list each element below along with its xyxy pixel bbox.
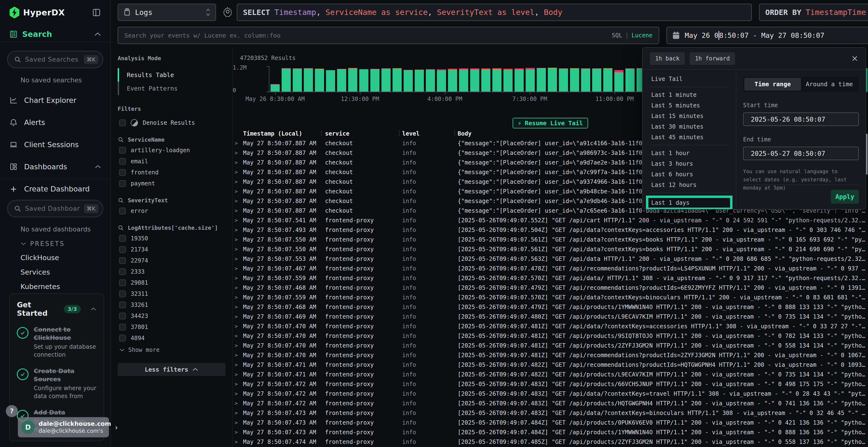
order-by-input[interactable]: ORDER BY TimestampTime DESC <box>759 4 868 21</box>
histogram-bar[interactable] <box>481 68 490 92</box>
filter-option[interactable]: error <box>118 207 225 215</box>
checkbox[interactable] <box>119 147 126 153</box>
filter-option[interactable]: 4894 <box>118 335 225 342</box>
row-expand-icon[interactable]: > <box>233 254 240 264</box>
table-row[interactable]: >May 27 8:50:07.473 AMfrontend-proxyinfo… <box>233 408 868 418</box>
sidebar-item-search[interactable]: Search <box>0 27 111 42</box>
histogram-bar[interactable] <box>470 68 479 92</box>
analysis-mode-tab-results-table[interactable]: Results Table <box>118 68 225 82</box>
quick-range-last-1-days[interactable]: Last 1 days <box>648 198 730 208</box>
histogram-bar[interactable] <box>503 69 513 92</box>
table-row[interactable]: >May 27 8:50:07.472 AMfrontend-proxyinfo… <box>233 389 868 399</box>
histogram-bar[interactable] <box>370 69 379 92</box>
table-row[interactable]: >May 27 8:50:07.559 AMfrontend-proxyinfo… <box>233 273 868 283</box>
sidebar-item-preset[interactable]: Services <box>21 268 111 276</box>
user-menu[interactable]: D dale@clickhouse.com dale@clickhouse.co… <box>18 417 109 437</box>
quick-range-last-45-minutes[interactable]: Last 45 minutes <box>643 132 736 143</box>
table-row[interactable]: >May 27 8:50:07.472 AMfrontend-proxyinfo… <box>233 379 868 389</box>
table-row[interactable]: >May 27 8:50:07.468 AMfrontend-proxyinfo… <box>233 302 868 312</box>
mode-lucene[interactable]: Lucene <box>631 32 652 39</box>
event-search-input[interactable]: Search your events w/ Lucene ex. column:… <box>118 27 659 44</box>
row-expand-icon[interactable]: > <box>233 167 240 177</box>
histogram-bar[interactable] <box>304 68 313 92</box>
get-started-item[interactable]: Connect to ClickHouseSet up your databas… <box>17 325 96 359</box>
end-time-input[interactable]: 2025-05-27 08:50:07 <box>743 147 859 160</box>
table-row[interactable]: >May 27 8:50:07.468 AMfrontend-proxyinfo… <box>233 283 868 293</box>
denoise-results-toggle[interactable]: Denoise Results <box>118 119 225 127</box>
histogram-bar[interactable] <box>559 68 568 92</box>
filter-option[interactable]: 32311 <box>118 290 225 298</box>
checkbox[interactable] <box>119 235 126 242</box>
histogram-bar[interactable] <box>515 68 524 92</box>
row-expand-icon[interactable]: > <box>233 148 240 158</box>
sidebar-item-client-sessions[interactable]: Client Sessions <box>0 133 111 156</box>
row-expand-icon[interactable]: > <box>233 187 240 196</box>
quick-range-live-tail[interactable]: Live Tail <box>643 74 736 84</box>
row-expand-icon[interactable]: > <box>233 360 240 370</box>
sidebar-item-chart-explorer[interactable]: Chart Explorer <box>0 89 111 111</box>
less-filters-button[interactable]: Less filters <box>118 363 225 376</box>
histogram-bar[interactable] <box>603 68 613 92</box>
row-expand-icon[interactable]: > <box>233 244 240 254</box>
checkbox[interactable] <box>119 246 126 253</box>
checkbox[interactable] <box>119 268 126 275</box>
row-expand-icon[interactable]: > <box>233 264 240 273</box>
sidebar-item-dashboards[interactable]: Dashboards <box>0 156 111 178</box>
row-expand-icon[interactable]: > <box>233 321 240 331</box>
filter-option[interactable]: 22974 <box>118 257 225 264</box>
chevron-up-icon[interactable] <box>90 307 96 311</box>
row-expand-icon[interactable]: > <box>233 408 240 418</box>
histogram-bar[interactable] <box>315 69 324 92</box>
filter-option[interactable]: 2333 <box>118 268 225 275</box>
chevron-up-icon[interactable] <box>94 32 101 36</box>
row-expand-icon[interactable]: > <box>233 206 240 215</box>
row-expand-icon[interactable]: > <box>233 196 240 206</box>
shift-back-button[interactable]: 1h back <box>650 52 685 65</box>
histogram-bar[interactable] <box>592 68 601 92</box>
histogram-bar[interactable] <box>526 68 535 92</box>
filter-option[interactable]: 29081 <box>118 279 225 286</box>
quick-range-last-15-minutes[interactable]: Last 15 minutes <box>643 111 736 122</box>
tab-time-range[interactable]: Time range <box>744 78 801 91</box>
table-row[interactable]: >May 27 8:50:07.467 AMfrontend-proxyinfo… <box>233 264 868 273</box>
resume-live-tail-button[interactable]: ⚡ Resume Live Tail <box>513 118 588 128</box>
table-row[interactable]: >May 27 8:50:07.541 AMfrontend-proxyinfo… <box>233 215 868 225</box>
row-expand-icon[interactable]: > <box>233 418 240 427</box>
histogram-bar[interactable] <box>415 70 424 92</box>
histogram-bar[interactable] <box>271 84 280 92</box>
get-started-item[interactable]: Create Data SourcesConfigure where your … <box>17 367 96 400</box>
quick-range-last-1-hour[interactable]: Last 1 hour <box>643 148 736 159</box>
filter-option[interactable]: 21734 <box>118 246 225 253</box>
checkbox[interactable] <box>119 302 126 308</box>
checkbox[interactable] <box>119 169 126 176</box>
sidebar-item-alerts[interactable]: Alerts <box>0 111 111 133</box>
filter-group-header[interactable]: ServiceName <box>118 137 225 143</box>
histogram-bar[interactable] <box>548 68 557 92</box>
table-row[interactable]: >May 27 8:50:07.472 AMfrontend-proxyinfo… <box>233 399 868 408</box>
close-icon[interactable] <box>851 55 858 62</box>
row-expand-icon[interactable]: > <box>233 331 240 341</box>
quick-range-last-5-minutes[interactable]: Last 5 minutes <box>643 100 736 111</box>
quick-range-last-1-minute[interactable]: Last 1 minute <box>643 90 736 100</box>
presets-header[interactable]: PRESETS <box>21 240 111 247</box>
histogram-bar[interactable] <box>459 68 468 92</box>
collapse-sidebar-icon[interactable] <box>92 8 101 18</box>
table-row[interactable]: >May 27 8:50:07.470 AMfrontend-proxyinfo… <box>233 321 868 331</box>
histogram-bar[interactable] <box>282 68 291 92</box>
saved-dashboards-input[interactable]: Saved Dashboards ⌘K <box>7 200 103 217</box>
histogram-bar[interactable] <box>492 68 501 92</box>
filter-group-header[interactable]: SeverityText <box>118 197 225 204</box>
filter-option[interactable]: 37801 <box>118 323 225 331</box>
start-time-input[interactable]: 2025-05-26 08:50:07 <box>743 112 859 126</box>
table-row[interactable]: >May 27 8:50:07.473 AMfrontend-proxyinfo… <box>233 418 868 427</box>
analysis-mode-tab-event-patterns[interactable]: Event Patterns <box>118 82 225 95</box>
histogram-bar[interactable] <box>570 68 579 92</box>
table-row[interactable]: >May 27 8:50:07.469 AMfrontend-proxyinfo… <box>233 312 868 321</box>
mode-sql[interactable]: SQL <box>612 32 622 39</box>
row-expand-icon[interactable]: > <box>233 379 240 389</box>
row-expand-icon[interactable]: > <box>233 399 240 408</box>
table-row[interactable]: >May 27 8:50:07.559 AMfrontend-proxyinfo… <box>233 293 868 302</box>
histogram-bar[interactable] <box>625 68 634 92</box>
checkbox[interactable] <box>119 257 126 264</box>
histogram-bar[interactable] <box>393 68 402 92</box>
